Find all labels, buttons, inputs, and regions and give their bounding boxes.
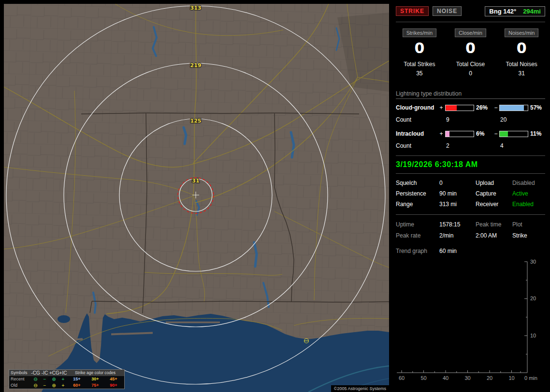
squelch-label: Squelch	[396, 180, 439, 186]
neg-cg-old-icon: ⊖	[31, 382, 40, 389]
pos-cg-old-icon: ⊕	[49, 382, 58, 389]
cg-minus-pct: 57%	[528, 104, 545, 111]
receiver-label: Receiver	[476, 201, 512, 208]
intracloud-row: Intracloud + 6% − 11%	[396, 130, 545, 137]
x-tick-40: 40	[443, 375, 449, 381]
persistence-value: 90 min	[439, 190, 476, 197]
legend-col-neg-ic: -IC	[40, 370, 49, 376]
persistence-label: Persistence	[396, 190, 439, 197]
legend-age-title: Strike age color codes	[68, 370, 123, 376]
noise-mode-button[interactable]: NOISE	[433, 6, 462, 16]
ic-plus-pct: 6%	[474, 130, 492, 137]
total-noises-value: 31	[498, 70, 545, 77]
intracloud-count-row: Count 2 4	[396, 142, 545, 149]
total-close-value: 0	[447, 70, 494, 77]
pos-ic-old-icon: +	[58, 382, 68, 389]
total-close-label: Total Close	[447, 61, 494, 68]
trend-graph-label: Trend graph	[396, 248, 439, 254]
legend-col-pos-ic: +IC	[58, 370, 68, 376]
bearing-value: Bng 142°	[489, 8, 516, 15]
cg-minus-bar	[499, 105, 528, 111]
x-tick-30: 30	[464, 375, 470, 381]
close-counter: Close/min 0 Total Close 0	[447, 28, 494, 77]
x-tick-10: 10	[508, 375, 514, 381]
copyright-notice: ©2005 Astrogenic Systems	[331, 385, 389, 392]
uptime-label: Uptime	[396, 221, 439, 228]
status-panel: STRIKE NOISE Bng 142° 294mi Strikes/min …	[393, 0, 550, 392]
strike-mode-button[interactable]: STRIKE	[396, 6, 429, 16]
pos-ic-recent-icon: +	[58, 376, 68, 382]
x-tick-0min: 0 min	[524, 375, 537, 381]
peak-rate-value: 2/min	[439, 232, 476, 239]
stats-grid: Uptime 1578:15 Peak time Plot Peak rate …	[396, 221, 545, 239]
total-strikes-value: 35	[396, 70, 443, 77]
cloud-ground-count-row: Count 9 20	[396, 116, 545, 123]
distribution-title: Lightning type distribution	[396, 90, 545, 99]
peak-time-label: Peak time	[476, 221, 512, 228]
squelch-value: 0	[439, 180, 476, 186]
legend-col-neg-cg: -CG	[31, 370, 40, 376]
cloud-ground-row: Cloud-ground + 26% − 57%	[396, 104, 545, 111]
cg-minus-count: 20	[499, 116, 528, 123]
close-per-min-header: Close/min	[455, 28, 486, 37]
range-label: Range	[396, 201, 439, 208]
strikes-per-min-header: Strikes/min	[403, 28, 436, 37]
neg-ic-recent-icon: −	[40, 376, 49, 382]
y-tick-30: 30	[530, 259, 536, 265]
age-90: 90+	[104, 382, 123, 389]
x-tick-20: 20	[487, 375, 492, 381]
age-15: 15+	[68, 376, 86, 382]
peak-rate-label: Peak rate	[396, 232, 439, 239]
intracloud-label: Intracloud	[396, 130, 437, 137]
receiver-status: Enabled	[512, 201, 545, 208]
y-tick-20: 20	[530, 295, 536, 301]
ring-label-125: 125	[190, 118, 202, 124]
legend-row-recent: Recent ⊖ − ⊕ + 15+ 30+ 45+	[9, 376, 124, 382]
close-per-min-value: 0	[447, 40, 494, 56]
cg-plus-bar	[445, 105, 474, 111]
plot-label: Plot	[512, 221, 545, 228]
trend-graph-row: Trend graph 60 min	[396, 248, 545, 254]
trend-graph: 30 20 10 60 50 40 30 20 10 0 min	[396, 258, 545, 384]
strikes-counter: Strikes/min 0 Total Strikes 35	[396, 28, 443, 77]
legend-symbols-title: Symbols	[11, 370, 31, 376]
ring-label-219: 219	[190, 62, 202, 69]
age-30: 30+	[86, 376, 104, 382]
ic-minus-pct: 11%	[528, 130, 545, 137]
legend-old-label: Old	[11, 382, 31, 389]
strikes-per-min-value: 0	[396, 40, 443, 56]
settings-grid: Squelch 0 Upload Disabled Persistence 90…	[396, 180, 545, 208]
neg-cg-recent-icon: ⊖	[31, 376, 40, 382]
x-tick-50: 50	[420, 375, 426, 381]
x-tick-60: 60	[399, 375, 405, 381]
map-canvas: 313 219 125 31	[4, 4, 389, 392]
current-datetime: 3/19/2026 6:30:18 AM	[396, 160, 545, 169]
cg-count-label: Count	[396, 116, 437, 123]
cg-plus-pct: 26%	[474, 104, 492, 111]
ring-label-31: 31	[192, 178, 199, 184]
noises-counter: Noises/min 0 Total Noises 31	[498, 28, 545, 77]
rate-counters: Strikes/min 0 Total Strikes 35 Close/min…	[396, 28, 545, 77]
legend-col-pos-cg: +CG	[49, 370, 58, 376]
range-value: 313 mi	[439, 201, 476, 208]
pos-cg-recent-icon: ⊕	[49, 376, 58, 382]
legend-recent-label: Recent	[11, 376, 31, 382]
plot-value: Strike	[512, 232, 545, 239]
ic-minus-count: 4	[499, 142, 528, 149]
age-75: 75+	[86, 382, 104, 389]
bearing-distance: 294mi	[523, 8, 541, 15]
ic-count-label: Count	[396, 142, 437, 149]
ic-minus-bar	[499, 131, 528, 137]
upload-label: Upload	[476, 180, 512, 186]
total-strikes-label: Total Strikes	[396, 61, 443, 68]
ic-plus-count: 2	[445, 142, 474, 149]
minus-sign: −	[492, 104, 499, 111]
cg-plus-count: 9	[445, 116, 474, 123]
app-window: 313 219 125 31 Symbols -CG	[0, 0, 550, 392]
bearing-readout: Bng 142° 294mi	[485, 6, 545, 16]
cloud-ground-label: Cloud-ground	[396, 104, 437, 111]
plus-sign: +	[437, 104, 445, 111]
plus-sign: +	[437, 130, 445, 137]
capture-label: Capture	[476, 190, 512, 197]
minus-sign: −	[492, 130, 499, 137]
